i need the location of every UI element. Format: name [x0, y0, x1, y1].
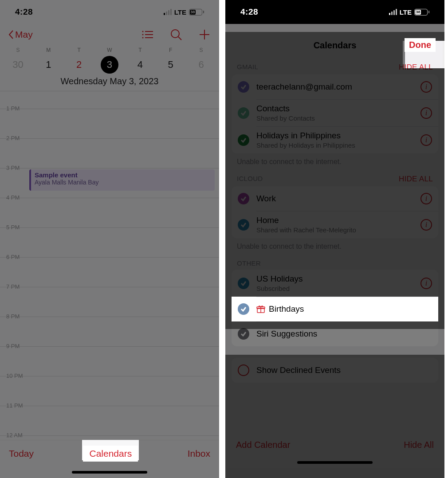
- dow: T: [125, 47, 155, 53]
- calendar-row[interactable]: Siri Suggestions: [232, 321, 438, 346]
- check-icon[interactable]: [238, 107, 249, 119]
- check-icon[interactable]: [238, 328, 249, 340]
- date-cell[interactable]: 6: [186, 56, 216, 74]
- add-calendar-button[interactable]: Add Calendar: [236, 440, 290, 450]
- calendar-name: Work: [256, 194, 420, 204]
- calendar-name: Siri Suggestions: [256, 329, 432, 339]
- date-cell[interactable]: 2: [64, 56, 94, 74]
- phone-calendars-sheet: 4:28 LTE 38 Calendars Done GMAIL HIDE AL…: [225, 0, 444, 478]
- date-cell[interactable]: 1: [33, 56, 64, 74]
- calendar-name: US Holidays: [256, 274, 420, 284]
- calendar-name: Birthdays: [269, 304, 432, 314]
- calendar-sub: Shared by Holidays in Philippines: [256, 141, 420, 149]
- hour-label: 10 PM: [6, 372, 23, 379]
- battery-icon: 38: [189, 9, 204, 16]
- calendar-row[interactable]: teerachelann@gmail.com i: [232, 74, 438, 99]
- info-icon[interactable]: i: [420, 134, 432, 146]
- calendar-name: Contacts: [256, 104, 420, 114]
- carrier-label: LTE: [400, 8, 412, 16]
- hour-label: 7 PM: [6, 283, 20, 290]
- dow: W: [94, 47, 125, 53]
- carrier-label: LTE: [174, 8, 186, 16]
- calendar-sub: Shared by Contacts: [256, 114, 420, 122]
- date-cell-selected[interactable]: 3: [101, 56, 118, 74]
- date-cell[interactable]: 4: [125, 56, 155, 74]
- calendar-sub: Shared with Rachel Tee-Melegrito: [256, 226, 420, 234]
- info-icon[interactable]: i: [420, 278, 432, 289]
- nav-bar: May: [0, 24, 219, 45]
- hide-all-button[interactable]: Hide All: [404, 440, 434, 450]
- search-icon[interactable]: [169, 28, 183, 41]
- check-icon[interactable]: [238, 303, 249, 315]
- status-time: 4:28: [240, 7, 258, 17]
- dow: F: [155, 47, 186, 53]
- calendar-name: Home: [256, 215, 420, 225]
- section-header-other: OTHER: [227, 255, 443, 270]
- back-button[interactable]: May: [8, 29, 33, 40]
- offline-note: Unable to connect to the internet.: [227, 238, 443, 255]
- calendar-row[interactable]: HomeShared with Rachel Tee-Melegrito i: [232, 211, 438, 238]
- calendar-row[interactable]: Work i: [232, 186, 438, 211]
- event-block[interactable]: Sample event Ayala Malls Manila Bay: [29, 169, 215, 191]
- hour-label: 11 PM: [6, 402, 23, 409]
- row-label: Show Declined Events: [256, 365, 432, 375]
- hour-label: 1 PM: [6, 105, 20, 112]
- date-cell[interactable]: 30: [3, 56, 33, 74]
- hour-label: 4 PM: [6, 194, 20, 201]
- hide-all-button[interactable]: HIDE ALL: [399, 175, 433, 184]
- full-date: Wednesday May 3, 2023: [0, 76, 219, 91]
- hour-label: 5 PM: [6, 224, 20, 231]
- info-icon[interactable]: i: [420, 193, 432, 204]
- home-indicator: [297, 461, 373, 464]
- check-icon[interactable]: [238, 219, 249, 231]
- inbox-button[interactable]: Inbox: [188, 448, 210, 459]
- hide-all-button[interactable]: HIDE ALL: [399, 63, 433, 72]
- list-icon[interactable]: [141, 28, 154, 41]
- icloud-card: Work i HomeShared with Rachel Tee-Melegr…: [232, 186, 438, 238]
- today-button[interactable]: Today: [9, 448, 34, 459]
- dow: T: [64, 47, 94, 53]
- done-button[interactable]: Done: [405, 38, 436, 52]
- section-label: OTHER: [237, 259, 261, 267]
- battery-icon: 38: [414, 9, 429, 16]
- calendar-row-birthdays[interactable]: Birthdays: [232, 297, 438, 321]
- timeline[interactable]: 1 PM 2 PM 3 PM Sample event Ayala Malls …: [0, 91, 219, 466]
- check-icon[interactable]: [238, 193, 249, 204]
- dow: S: [186, 47, 216, 53]
- dow: M: [33, 47, 64, 53]
- svg-point-0: [142, 31, 144, 32]
- offline-note: Unable to connect to the internet.: [227, 153, 443, 170]
- sheet-header: Calendars Done: [227, 32, 443, 59]
- calendar-row[interactable]: Holidays in PhilippinesShared by Holiday…: [232, 126, 438, 153]
- event-location: Ayala Malls Manila Bay: [35, 179, 211, 186]
- info-icon[interactable]: i: [420, 81, 432, 93]
- calendar-name: Holidays in Philippines: [256, 131, 420, 141]
- section-label: ICLOUD: [237, 175, 263, 184]
- dow: S: [3, 47, 33, 53]
- svg-point-2: [142, 34, 144, 35]
- calendar-sub: Subscribed: [256, 285, 420, 292]
- check-icon[interactable]: [238, 81, 249, 93]
- calendars-button[interactable]: Calendars: [83, 446, 138, 462]
- info-icon[interactable]: i: [420, 219, 432, 231]
- date-row: 30 1 2 3 4 5 6: [0, 53, 219, 76]
- unchecked-icon[interactable]: [238, 364, 249, 376]
- check-icon[interactable]: [238, 134, 249, 146]
- check-icon[interactable]: [238, 278, 249, 289]
- declined-card: Show Declined Events: [232, 358, 438, 383]
- calendar-row[interactable]: US HolidaysSubscribed i: [232, 270, 438, 297]
- hour-label: 9 PM: [6, 343, 20, 349]
- week-header: S M T W T F S: [0, 45, 219, 53]
- signal-icon: [389, 9, 397, 15]
- svg-point-6: [171, 30, 179, 38]
- sheet-title: Calendars: [314, 40, 357, 51]
- add-icon[interactable]: [198, 28, 211, 41]
- hour-label: 2 PM: [6, 135, 20, 141]
- status-bar: 4:28 LTE 38: [225, 0, 444, 24]
- date-cell[interactable]: 5: [155, 56, 186, 74]
- calendar-row[interactable]: ContactsShared by Contacts i: [232, 99, 438, 126]
- show-declined-row[interactable]: Show Declined Events: [232, 358, 438, 383]
- signal-icon: [164, 9, 172, 15]
- info-icon[interactable]: i: [420, 107, 432, 119]
- hour-label: 6 PM: [6, 254, 20, 260]
